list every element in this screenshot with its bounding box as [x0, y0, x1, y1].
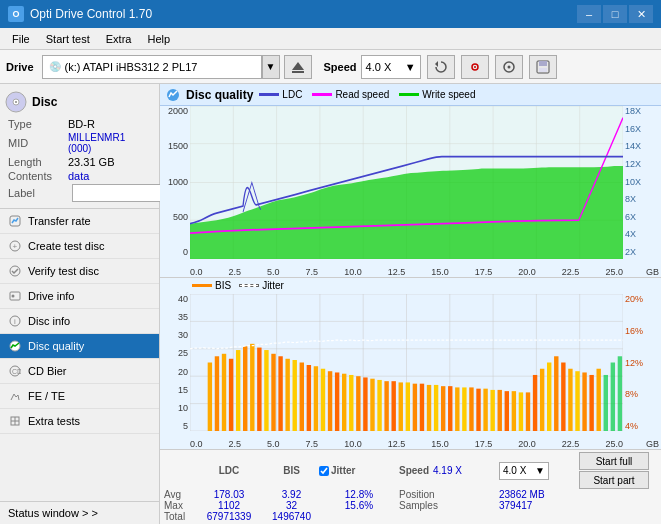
status-window-button[interactable]: Status window > >: [0, 501, 159, 524]
svg-text:+: +: [13, 242, 18, 251]
stat-avg-label: Avg: [164, 489, 194, 500]
speed-target-area: 4.0 X ▼: [499, 462, 579, 480]
legend-bis-label: BIS: [215, 280, 231, 291]
stat-avg-jitter: 12.8%: [319, 489, 399, 500]
sidebar-item-cd-bier[interactable]: CD CD Bier: [0, 359, 159, 384]
start-buttons: Start full Start part: [579, 452, 649, 489]
chart-bottom: BIS Jitter 40 35 30 25 20 15 10 5: [160, 278, 661, 449]
content-title: Disc quality: [186, 88, 253, 102]
start-full-button[interactable]: Start full: [579, 452, 649, 470]
speed-label: Speed: [324, 61, 357, 73]
speed-select[interactable]: 4.0 X ▼: [361, 55, 421, 79]
legend-jitter-label: Jitter: [262, 280, 284, 291]
verify-test-disc-icon: [8, 264, 22, 278]
stat-position-val: 23862 MB: [499, 489, 579, 500]
disc-length-val: 23.31 GB: [68, 156, 114, 168]
sidebar-label-extra-tests: Extra tests: [28, 415, 80, 427]
app-icon: O: [8, 6, 24, 22]
sidebar-item-drive-info[interactable]: Drive info: [0, 284, 159, 309]
jitter-label: Jitter: [331, 465, 355, 476]
disc-type-key: Type: [8, 118, 68, 130]
chart-bottom-x-labels: 0.0 2.5 5.0 7.5 10.0 12.5 15.0 17.5 20.0…: [190, 439, 623, 449]
menu-file[interactable]: File: [4, 31, 38, 47]
speed-target-select[interactable]: 4.0 X ▼: [499, 462, 549, 480]
drive-value: (k:) ATAPI iHBS312 2 PL17: [65, 61, 198, 73]
jitter-checkbox[interactable]: [319, 466, 329, 476]
disc-label-key: Label: [8, 187, 68, 199]
svg-rect-8: [539, 61, 547, 66]
disc-type-val: BD-R: [68, 118, 95, 130]
sidebar-item-disc-quality[interactable]: Disc quality: [0, 334, 159, 359]
menu-start-test[interactable]: Start test: [38, 31, 98, 47]
disc-label-input[interactable]: [72, 184, 162, 202]
svg-rect-9: [539, 68, 547, 72]
sidebar-item-transfer-rate[interactable]: Transfer rate: [0, 209, 159, 234]
sidebar-item-verify-test-disc[interactable]: Verify test disc: [0, 259, 159, 284]
start-part-button[interactable]: Start part: [579, 471, 649, 489]
sidebar-label-create-test-disc: Create test disc: [28, 240, 104, 252]
sidebar-label-disc-info: Disc info: [28, 315, 70, 327]
menu-extra[interactable]: Extra: [98, 31, 140, 47]
stats-max-row: Max 1102 32 15.6% Samples 379417: [164, 500, 657, 511]
drive-select[interactable]: 💿 (k:) ATAPI iHBS312 2 PL17: [42, 55, 262, 79]
drive-icon: 💿: [49, 61, 61, 72]
svg-point-4: [474, 66, 476, 68]
stat-total-bis: 1496740: [264, 511, 319, 522]
drive-info-icon: [8, 289, 22, 303]
stats-total-row: Total 67971339 1496740: [164, 511, 657, 522]
jitter-checkbox-area[interactable]: Jitter: [319, 465, 399, 476]
disc-info-panel: Type BD-R MID MILLENMR1 (000) Length 23.…: [4, 118, 155, 202]
legend-bis-color: [192, 284, 212, 287]
stats-avg-row: Avg 178.03 3.92 12.8% Position 23862 MB: [164, 489, 657, 500]
stat-max-bis: 32: [264, 500, 319, 511]
disc-section: Disc Type BD-R MID MILLENMR1 (000) Lengt…: [0, 84, 159, 209]
legend-jitter: Jitter: [239, 280, 284, 291]
drive-dropdown-arrow[interactable]: ▼: [262, 55, 280, 79]
drive-label: Drive: [6, 61, 34, 73]
sidebar-item-fe-te[interactable]: FE / TE: [0, 384, 159, 409]
create-test-disc-icon: +: [8, 239, 22, 253]
close-button[interactable]: ✕: [629, 5, 653, 23]
title-bar: O Opti Drive Control 1.70 – □ ✕: [0, 0, 661, 28]
minimize-button[interactable]: –: [577, 5, 601, 23]
stat-header-speed: Speed: [399, 465, 429, 476]
chart-top-svg: [190, 106, 623, 259]
sidebar-item-extra-tests[interactable]: Extra tests: [0, 409, 159, 434]
settings-button[interactable]: [461, 55, 489, 79]
chart-top-y-right: 18X 16X 14X 12X 10X 8X 6X 4X 2X: [623, 106, 661, 257]
refresh-button[interactable]: [427, 55, 455, 79]
chart-bottom-y-right: 20% 16% 12% 8% 4%: [623, 294, 661, 431]
stat-max-jitter: 15.6%: [319, 500, 399, 511]
chart-bottom-legend: BIS Jitter: [192, 280, 284, 291]
menu-help[interactable]: Help: [139, 31, 178, 47]
disc-button[interactable]: [495, 55, 523, 79]
sidebar-label-transfer-rate: Transfer rate: [28, 215, 91, 227]
disc-length-row: Length 23.31 GB: [8, 156, 151, 168]
speed-value: 4.0 X: [366, 61, 392, 73]
content-header-icon: [166, 88, 180, 102]
disc-info-icon: i: [8, 314, 22, 328]
stat-total-label: Total: [164, 511, 194, 522]
eject-button[interactable]: [284, 55, 312, 79]
disc-mid-key: MID: [8, 137, 68, 149]
toolbar: Drive 💿 (k:) ATAPI iHBS312 2 PL17 ▼ Spee…: [0, 50, 661, 84]
disc-mid-val: MILLENMR1 (000): [68, 132, 151, 154]
disc-section-icon: [4, 90, 28, 114]
sidebar-label-fe-te: FE / TE: [28, 390, 65, 402]
sidebar-item-create-test-disc[interactable]: + Create test disc: [0, 234, 159, 259]
status-window-label: Status window > >: [8, 507, 98, 519]
legend-bis: BIS: [192, 280, 231, 291]
disc-length-key: Length: [8, 156, 68, 168]
stats-header: LDC BIS Jitter Speed 4.19 X 4.0 X ▼: [164, 452, 657, 489]
sidebar-item-disc-info[interactable]: i Disc info: [0, 309, 159, 334]
legend-read: Read speed: [312, 89, 389, 100]
main-area: Disc Type BD-R MID MILLENMR1 (000) Lengt…: [0, 84, 661, 524]
sidebar-label-cd-bier: CD Bier: [28, 365, 67, 377]
legend-ldc: LDC: [259, 89, 302, 100]
svg-text:i: i: [14, 317, 16, 326]
chart-top-x-unit: GB: [646, 267, 659, 277]
speed-dropdown-icon: ▼: [405, 61, 416, 73]
save-button[interactable]: [529, 55, 557, 79]
chart-top-y-left: 2000 1500 1000 500 0: [160, 106, 190, 257]
maximize-button[interactable]: □: [603, 5, 627, 23]
